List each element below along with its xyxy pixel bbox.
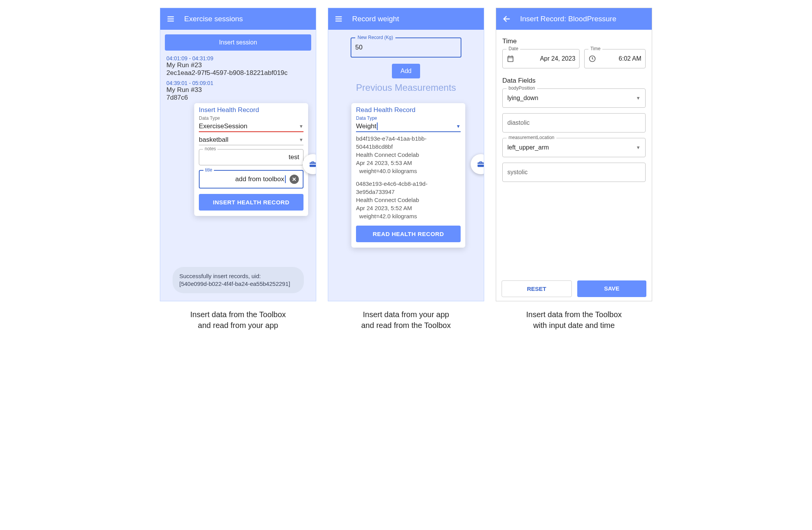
data-fields-heading: Data Fields [502,77,646,85]
title-label: title [203,167,214,173]
toolbox-fab[interactable] [471,154,484,174]
session-uuid: 2ec1eaa2-97f5-4597-b908-18221abf019c [166,69,310,77]
notes-value: test [289,153,299,161]
list-item[interactable]: 04:39:01 - 05:09:01 My Run #33 7d87c6 [163,78,313,103]
back-arrow-icon[interactable] [502,15,511,23]
systolic-input[interactable]: systolic [502,163,646,182]
read-results: bd4f193e-e7a4-41aa-b1bb-50441b8cd8bf Hea… [356,134,461,220]
data-type-value: Weight [356,122,378,130]
new-record-input[interactable]: New Record (Kg) 50 [351,37,461,58]
phone-screen-2: Record weight New Record (Kg) 50 Add Pre… [328,8,484,301]
session-time: 04:01:09 - 04:31:09 [166,55,310,61]
app-bar-title: Record weight [352,15,399,23]
data-type-select[interactable]: Weight ▼ [356,121,461,132]
chevron-down-icon: ▼ [299,124,303,129]
dialog-title: Read Health Record [356,106,461,114]
hamburger-icon[interactable] [334,15,343,23]
title-input[interactable]: title add from toolbox ✕ [199,170,303,189]
exercise-type-select[interactable]: basketball ▼ [199,134,303,145]
caption: Insert data from the Toolbox with input … [526,309,622,331]
save-button[interactable]: SAVE [577,280,647,297]
briefcase-icon [309,160,316,168]
measurement-location-value: left_upper_arm [507,144,549,151]
insert-health-record-dialog: Insert Health Record Data Type ExerciseS… [194,103,308,216]
phone-screen-3: Insert Record: BloodPressure Time Date A… [496,8,652,301]
body-position-select[interactable]: bodyPosition lying_down ▼ [502,88,646,108]
phone-screen-1: Exercise sessions Insert session 04:01:0… [160,8,316,301]
hamburger-icon[interactable] [166,15,175,23]
session-time: 04:39:01 - 05:09:01 [166,80,310,86]
caption: Insert data from your app and read from … [361,309,451,331]
data-type-select[interactable]: ExerciseSession ▼ [199,121,303,132]
briefcase-icon [476,160,484,168]
clear-icon[interactable]: ✕ [290,175,299,184]
previous-measurements-heading: Previous Measurements [335,82,477,93]
clock-icon [588,55,596,63]
new-record-label: New Record (Kg) [355,35,395,40]
chevron-down-icon: ▼ [636,145,641,150]
exercise-type-value: basketball [199,136,229,144]
read-health-record-button[interactable]: READ HEALTH RECORD [356,226,461,242]
dialog-title: Insert Health Record [199,106,303,114]
date-picker[interactable]: Date Apr 24, 2023 [502,49,580,68]
app-bar: Record weight [328,8,484,30]
data-type-value: ExerciseSession [199,122,247,130]
chevron-down-icon: ▼ [456,124,461,129]
app-bar-title: Insert Record: BloodPressure [520,15,616,23]
snackbar: Successfully insert records, uid: [540e0… [173,267,304,294]
add-button[interactable]: Add [392,64,420,78]
read-health-record-dialog: Read Health Record Data Type Weight ▼ bd… [351,103,465,248]
app-bar: Exercise sessions [160,8,316,30]
time-label: Time [588,46,602,51]
app-bar-title: Exercise sessions [184,15,243,23]
calendar-icon [507,55,514,63]
date-value: Apr 24, 2023 [519,55,575,62]
insert-session-button[interactable]: Insert session [165,34,311,51]
date-label: Date [507,46,520,51]
list-item[interactable]: 04:01:09 - 04:31:09 My Run #23 2ec1eaa2-… [163,54,313,78]
record-item: bd4f193e-e7a4-41aa-b1bb-50441b8cd8bf Hea… [356,134,461,175]
caption: Insert data from the Toolbox and read fr… [190,309,286,331]
body-position-value: lying_down [507,95,538,102]
session-name: My Run #23 [166,61,310,69]
systolic-placeholder: systolic [507,169,527,176]
footer-actions: RESET SAVE [496,280,652,297]
session-uuid: 7d87c6 [166,94,310,102]
session-name: My Run #33 [166,86,310,94]
snackbar-line1: Successfully insert records, uid: [180,272,297,280]
snackbar-line2: [540e099d-b022-4f4f-ba24-ea55b4252291] [180,280,297,288]
measurement-location-select[interactable]: measurementLocation left_upper_arm ▼ [502,138,646,157]
data-type-label: Data Type [356,116,461,121]
measurement-location-label: measurementLocation [507,135,556,140]
time-value: 6:02 AM [601,55,641,62]
chevron-down-icon: ▼ [636,95,641,101]
record-item: 0483e193-e4c6-4cb8-a19d-3e95da733947 Hea… [356,180,461,220]
title-value: add from toolbox [235,175,286,183]
insert-health-record-button[interactable]: INSERT HEALTH RECORD [199,194,303,211]
app-bar: Insert Record: BloodPressure [496,8,652,30]
time-picker[interactable]: Time 6:02 AM [584,49,646,68]
body-position-label: bodyPosition [507,85,537,91]
diastolic-placeholder: diastolic [507,119,530,126]
reset-button[interactable]: RESET [502,280,572,297]
time-heading: Time [502,37,646,45]
chevron-down-icon: ▼ [299,137,303,143]
diastolic-input[interactable]: diastolic [502,113,646,132]
data-type-label: Data Type [199,116,303,121]
notes-input[interactable]: notes test [199,149,303,165]
notes-label: notes [203,146,217,151]
new-record-value: 50 [355,44,363,51]
